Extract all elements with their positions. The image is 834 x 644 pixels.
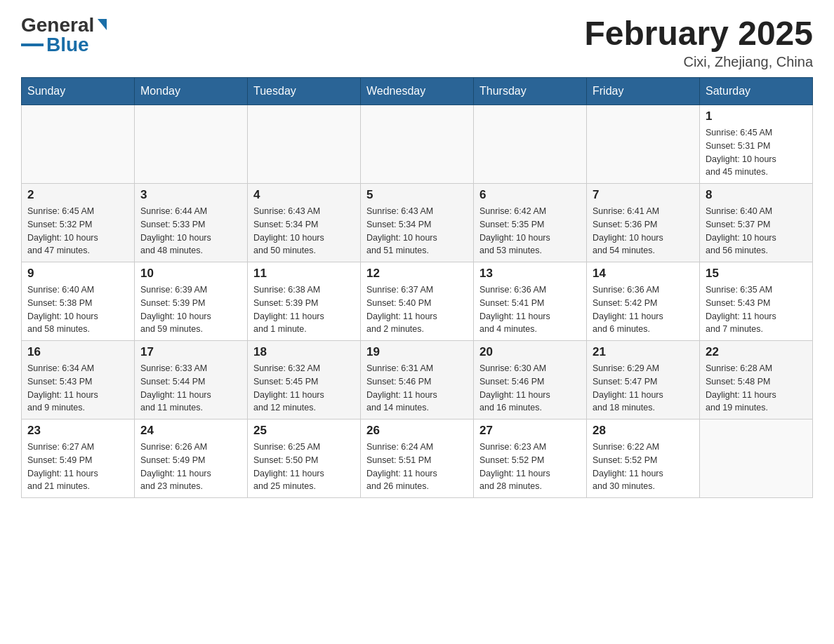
day-number: 19 <box>366 345 468 359</box>
day-info: Sunrise: 6:36 AMSunset: 5:42 PMDaylight:… <box>593 283 694 336</box>
month-title: February 2025 <box>584 14 813 53</box>
day-info: Sunrise: 6:28 AMSunset: 5:48 PMDaylight:… <box>706 362 807 415</box>
calendar-cell: 28Sunrise: 6:22 AMSunset: 5:52 PMDayligh… <box>587 420 700 498</box>
day-info: Sunrise: 6:30 AMSunset: 5:46 PMDaylight:… <box>479 362 581 415</box>
calendar-cell <box>22 105 135 184</box>
calendar-cell <box>587 105 700 184</box>
calendar-cell: 10Sunrise: 6:39 AMSunset: 5:39 PMDayligh… <box>135 262 248 341</box>
calendar-cell: 6Sunrise: 6:42 AMSunset: 5:35 PMDaylight… <box>474 184 587 262</box>
day-number: 10 <box>140 267 241 281</box>
week-row-4: 16Sunrise: 6:34 AMSunset: 5:43 PMDayligh… <box>22 341 813 420</box>
calendar-cell: 14Sunrise: 6:36 AMSunset: 5:42 PMDayligh… <box>587 262 700 341</box>
day-info: Sunrise: 6:38 AMSunset: 5:39 PMDaylight:… <box>253 283 355 336</box>
day-info: Sunrise: 6:45 AMSunset: 5:32 PMDaylight:… <box>27 205 128 257</box>
calendar-cell: 13Sunrise: 6:36 AMSunset: 5:41 PMDayligh… <box>474 262 587 341</box>
day-info: Sunrise: 6:44 AMSunset: 5:33 PMDaylight:… <box>140 205 241 257</box>
day-number: 2 <box>27 188 128 202</box>
calendar-cell: 22Sunrise: 6:28 AMSunset: 5:48 PMDayligh… <box>700 341 813 420</box>
calendar-cell: 15Sunrise: 6:35 AMSunset: 5:43 PMDayligh… <box>700 262 813 341</box>
day-info: Sunrise: 6:43 AMSunset: 5:34 PMDaylight:… <box>253 205 355 257</box>
day-number: 3 <box>140 188 241 202</box>
calendar-cell <box>700 420 813 498</box>
logo-blue-text: Blue <box>46 34 89 56</box>
day-info: Sunrise: 6:41 AMSunset: 5:36 PMDaylight:… <box>593 205 694 257</box>
title-section: February 2025 Cixi, Zhejiang, China <box>584 14 813 70</box>
calendar-cell: 21Sunrise: 6:29 AMSunset: 5:47 PMDayligh… <box>587 341 700 420</box>
day-number: 28 <box>593 424 694 438</box>
day-info: Sunrise: 6:42 AMSunset: 5:35 PMDaylight:… <box>479 205 581 257</box>
day-number: 24 <box>140 424 241 438</box>
day-info: Sunrise: 6:32 AMSunset: 5:45 PMDaylight:… <box>253 362 355 415</box>
day-number: 14 <box>593 267 694 281</box>
day-info: Sunrise: 6:34 AMSunset: 5:43 PMDaylight:… <box>27 362 128 415</box>
weekday-header-monday: Monday <box>135 78 248 105</box>
calendar-cell: 24Sunrise: 6:26 AMSunset: 5:49 PMDayligh… <box>135 420 248 498</box>
calendar-table: SundayMondayTuesdayWednesdayThursdayFrid… <box>21 77 813 498</box>
calendar-cell: 20Sunrise: 6:30 AMSunset: 5:46 PMDayligh… <box>474 341 587 420</box>
day-number: 25 <box>253 424 355 438</box>
day-number: 20 <box>479 345 581 359</box>
day-info: Sunrise: 6:43 AMSunset: 5:34 PMDaylight:… <box>366 205 468 257</box>
calendar-cell: 4Sunrise: 6:43 AMSunset: 5:34 PMDaylight… <box>248 184 361 262</box>
day-info: Sunrise: 6:40 AMSunset: 5:37 PMDaylight:… <box>706 205 807 257</box>
day-info: Sunrise: 6:31 AMSunset: 5:46 PMDaylight:… <box>366 362 468 415</box>
day-number: 5 <box>366 188 468 202</box>
day-info: Sunrise: 6:29 AMSunset: 5:47 PMDaylight:… <box>593 362 694 415</box>
day-number: 21 <box>593 345 694 359</box>
day-info: Sunrise: 6:45 AMSunset: 5:31 PMDaylight:… <box>706 126 807 179</box>
day-number: 26 <box>366 424 468 438</box>
weekday-header-sunday: Sunday <box>22 78 135 105</box>
calendar-cell <box>361 105 474 184</box>
day-info: Sunrise: 6:33 AMSunset: 5:44 PMDaylight:… <box>140 362 241 415</box>
day-info: Sunrise: 6:25 AMSunset: 5:50 PMDaylight:… <box>253 441 355 493</box>
day-number: 6 <box>479 188 581 202</box>
day-number: 27 <box>479 424 581 438</box>
calendar-cell: 1Sunrise: 6:45 AMSunset: 5:31 PMDaylight… <box>700 105 813 184</box>
day-number: 15 <box>706 267 807 281</box>
calendar-cell <box>248 105 361 184</box>
page-header: General Blue February 2025 Cixi, Zhejian… <box>21 14 813 70</box>
calendar-cell: 12Sunrise: 6:37 AMSunset: 5:40 PMDayligh… <box>361 262 474 341</box>
weekday-header-friday: Friday <box>587 78 700 105</box>
day-info: Sunrise: 6:35 AMSunset: 5:43 PMDaylight:… <box>706 283 807 336</box>
day-number: 9 <box>27 267 128 281</box>
calendar-cell: 23Sunrise: 6:27 AMSunset: 5:49 PMDayligh… <box>22 420 135 498</box>
weekday-header-tuesday: Tuesday <box>248 78 361 105</box>
week-row-2: 2Sunrise: 6:45 AMSunset: 5:32 PMDaylight… <box>22 184 813 262</box>
calendar-cell <box>474 105 587 184</box>
week-row-1: 1Sunrise: 6:45 AMSunset: 5:31 PMDaylight… <box>22 105 813 184</box>
day-info: Sunrise: 6:36 AMSunset: 5:41 PMDaylight:… <box>479 283 581 336</box>
day-number: 8 <box>706 188 807 202</box>
calendar-cell: 9Sunrise: 6:40 AMSunset: 5:38 PMDaylight… <box>22 262 135 341</box>
day-info: Sunrise: 6:23 AMSunset: 5:52 PMDaylight:… <box>479 441 581 493</box>
week-row-3: 9Sunrise: 6:40 AMSunset: 5:38 PMDaylight… <box>22 262 813 341</box>
calendar-cell: 18Sunrise: 6:32 AMSunset: 5:45 PMDayligh… <box>248 341 361 420</box>
logo: General Blue <box>21 14 107 56</box>
day-number: 4 <box>253 188 355 202</box>
weekday-header-wednesday: Wednesday <box>361 78 474 105</box>
week-row-5: 23Sunrise: 6:27 AMSunset: 5:49 PMDayligh… <box>22 420 813 498</box>
calendar-cell: 7Sunrise: 6:41 AMSunset: 5:36 PMDaylight… <box>587 184 700 262</box>
calendar-cell: 25Sunrise: 6:25 AMSunset: 5:50 PMDayligh… <box>248 420 361 498</box>
day-number: 1 <box>706 109 807 123</box>
day-info: Sunrise: 6:24 AMSunset: 5:51 PMDaylight:… <box>366 441 468 493</box>
day-number: 13 <box>479 267 581 281</box>
calendar-cell: 17Sunrise: 6:33 AMSunset: 5:44 PMDayligh… <box>135 341 248 420</box>
day-number: 22 <box>706 345 807 359</box>
day-info: Sunrise: 6:26 AMSunset: 5:49 PMDaylight:… <box>140 441 241 493</box>
weekday-header-row: SundayMondayTuesdayWednesdayThursdayFrid… <box>22 78 813 105</box>
day-number: 7 <box>593 188 694 202</box>
calendar-cell: 27Sunrise: 6:23 AMSunset: 5:52 PMDayligh… <box>474 420 587 498</box>
calendar-cell <box>135 105 248 184</box>
calendar-cell: 5Sunrise: 6:43 AMSunset: 5:34 PMDaylight… <box>361 184 474 262</box>
day-number: 23 <box>27 424 128 438</box>
day-number: 12 <box>366 267 468 281</box>
calendar-cell: 19Sunrise: 6:31 AMSunset: 5:46 PMDayligh… <box>361 341 474 420</box>
day-number: 17 <box>140 345 241 359</box>
location-label: Cixi, Zhejiang, China <box>584 54 813 70</box>
day-number: 11 <box>253 267 355 281</box>
calendar-cell: 11Sunrise: 6:38 AMSunset: 5:39 PMDayligh… <box>248 262 361 341</box>
day-info: Sunrise: 6:22 AMSunset: 5:52 PMDaylight:… <box>593 441 694 493</box>
calendar-cell: 3Sunrise: 6:44 AMSunset: 5:33 PMDaylight… <box>135 184 248 262</box>
day-number: 18 <box>253 345 355 359</box>
